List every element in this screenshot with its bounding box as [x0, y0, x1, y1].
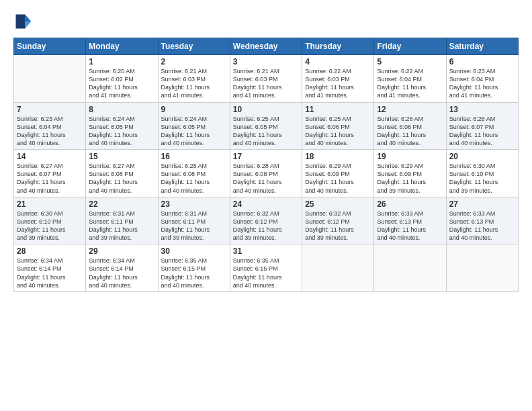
- calendar-cell: 5Sunrise: 6:22 AM Sunset: 6:04 PM Daylig…: [374, 55, 446, 103]
- day-info: Sunrise: 6:29 AM Sunset: 6:09 PM Dayligh…: [305, 162, 371, 195]
- day-number: 8: [89, 105, 154, 114]
- calendar-cell: [446, 244, 518, 292]
- page: SundayMondayTuesdayWednesdayThursdayFrid…: [0, 0, 532, 411]
- calendar-row: 14Sunrise: 6:27 AM Sunset: 6:07 PM Dayli…: [14, 150, 519, 197]
- weekday-header: Sunday: [14, 38, 86, 55]
- day-info: Sunrise: 6:33 AM Sunset: 6:13 PM Dayligh…: [449, 210, 515, 242]
- calendar-cell: [14, 55, 86, 103]
- calendar-cell: 25Sunrise: 6:32 AM Sunset: 6:12 PM Dayli…: [302, 197, 374, 244]
- calendar-cell: 17Sunrise: 6:28 AM Sunset: 6:08 PM Dayli…: [230, 150, 302, 197]
- weekday-header: Wednesday: [230, 38, 302, 55]
- weekday-header: Monday: [86, 38, 158, 55]
- calendar-cell: 27Sunrise: 6:33 AM Sunset: 6:13 PM Dayli…: [446, 197, 518, 244]
- calendar-cell: 20Sunrise: 6:30 AM Sunset: 6:10 PM Dayli…: [446, 150, 518, 197]
- day-number: 15: [89, 152, 154, 161]
- day-number: 26: [377, 199, 443, 209]
- day-info: Sunrise: 6:27 AM Sunset: 6:07 PM Dayligh…: [17, 162, 83, 195]
- calendar-cell: 14Sunrise: 6:27 AM Sunset: 6:07 PM Dayli…: [14, 150, 86, 197]
- day-number: 6: [449, 57, 515, 66]
- day-number: 11: [305, 105, 371, 114]
- weekday-header: Friday: [374, 38, 446, 55]
- day-info: Sunrise: 6:28 AM Sunset: 6:08 PM Dayligh…: [233, 162, 299, 195]
- calendar-cell: 1Sunrise: 6:20 AM Sunset: 6:02 PM Daylig…: [86, 55, 158, 103]
- day-info: Sunrise: 6:22 AM Sunset: 6:03 PM Dayligh…: [305, 67, 371, 100]
- day-info: Sunrise: 6:32 AM Sunset: 6:12 PM Dayligh…: [305, 210, 371, 242]
- day-number: 1: [89, 57, 154, 66]
- day-number: 14: [17, 152, 83, 161]
- day-number: 4: [305, 57, 371, 66]
- day-info: Sunrise: 6:24 AM Sunset: 6:05 PM Dayligh…: [89, 115, 154, 148]
- day-info: Sunrise: 6:34 AM Sunset: 6:14 PM Dayligh…: [17, 257, 83, 289]
- calendar-cell: 12Sunrise: 6:26 AM Sunset: 6:06 PM Dayli…: [374, 102, 446, 150]
- weekday-header: Tuesday: [158, 38, 230, 55]
- calendar-cell: 10Sunrise: 6:25 AM Sunset: 6:05 PM Dayli…: [230, 102, 302, 150]
- calendar-cell: 4Sunrise: 6:22 AM Sunset: 6:03 PM Daylig…: [302, 55, 374, 103]
- calendar-cell: 3Sunrise: 6:21 AM Sunset: 6:03 PM Daylig…: [230, 55, 302, 103]
- calendar-cell: 22Sunrise: 6:31 AM Sunset: 6:11 PM Dayli…: [86, 197, 158, 244]
- calendar-cell: 2Sunrise: 6:21 AM Sunset: 6:03 PM Daylig…: [158, 55, 230, 103]
- calendar-row: 21Sunrise: 6:30 AM Sunset: 6:10 PM Dayli…: [14, 197, 519, 244]
- header: [13, 12, 519, 31]
- day-number: 18: [305, 152, 371, 161]
- day-info: Sunrise: 6:26 AM Sunset: 6:07 PM Dayligh…: [449, 115, 515, 148]
- calendar-cell: 19Sunrise: 6:29 AM Sunset: 6:09 PM Dayli…: [374, 150, 446, 197]
- logo: [13, 12, 35, 31]
- calendar-cell: 30Sunrise: 6:35 AM Sunset: 6:15 PM Dayli…: [158, 244, 230, 292]
- calendar-cell: 21Sunrise: 6:30 AM Sunset: 6:10 PM Dayli…: [14, 197, 86, 244]
- day-number: 2: [161, 57, 227, 66]
- svg-marker-1: [26, 21, 32, 29]
- weekday-header: Thursday: [302, 38, 374, 55]
- calendar-cell: 31Sunrise: 6:35 AM Sunset: 6:15 PM Dayli…: [230, 244, 302, 292]
- day-info: Sunrise: 6:20 AM Sunset: 6:02 PM Dayligh…: [89, 67, 154, 100]
- svg-rect-2: [16, 15, 26, 29]
- day-info: Sunrise: 6:33 AM Sunset: 6:13 PM Dayligh…: [377, 210, 443, 242]
- day-info: Sunrise: 6:32 AM Sunset: 6:12 PM Dayligh…: [233, 210, 299, 242]
- calendar: SundayMondayTuesdayWednesdayThursdayFrid…: [13, 38, 519, 292]
- day-info: Sunrise: 6:23 AM Sunset: 6:04 PM Dayligh…: [17, 115, 83, 148]
- day-info: Sunrise: 6:30 AM Sunset: 6:10 PM Dayligh…: [449, 162, 515, 195]
- day-number: 17: [233, 152, 299, 161]
- calendar-cell: 23Sunrise: 6:31 AM Sunset: 6:11 PM Dayli…: [158, 197, 230, 244]
- day-number: 29: [89, 246, 154, 256]
- day-number: 19: [377, 152, 443, 161]
- calendar-row: 7Sunrise: 6:23 AM Sunset: 6:04 PM Daylig…: [14, 102, 519, 150]
- calendar-row: 1Sunrise: 6:20 AM Sunset: 6:02 PM Daylig…: [14, 55, 519, 103]
- day-number: 20: [449, 152, 515, 161]
- calendar-cell: 15Sunrise: 6:27 AM Sunset: 6:08 PM Dayli…: [86, 150, 158, 197]
- day-info: Sunrise: 6:34 AM Sunset: 6:14 PM Dayligh…: [89, 257, 154, 289]
- day-info: Sunrise: 6:31 AM Sunset: 6:11 PM Dayligh…: [161, 210, 227, 242]
- day-info: Sunrise: 6:27 AM Sunset: 6:08 PM Dayligh…: [89, 162, 154, 195]
- calendar-cell: 26Sunrise: 6:33 AM Sunset: 6:13 PM Dayli…: [374, 197, 446, 244]
- day-number: 25: [305, 199, 371, 209]
- day-info: Sunrise: 6:22 AM Sunset: 6:04 PM Dayligh…: [377, 67, 443, 100]
- svg-marker-0: [26, 15, 32, 22]
- calendar-cell: 16Sunrise: 6:28 AM Sunset: 6:08 PM Dayli…: [158, 150, 230, 197]
- day-info: Sunrise: 6:21 AM Sunset: 6:03 PM Dayligh…: [161, 67, 227, 100]
- calendar-cell: 24Sunrise: 6:32 AM Sunset: 6:12 PM Dayli…: [230, 197, 302, 244]
- day-number: 27: [449, 199, 515, 209]
- calendar-cell: [374, 244, 446, 292]
- calendar-cell: 13Sunrise: 6:26 AM Sunset: 6:07 PM Dayli…: [446, 102, 518, 150]
- day-number: 5: [377, 57, 443, 66]
- day-info: Sunrise: 6:28 AM Sunset: 6:08 PM Dayligh…: [161, 162, 227, 195]
- calendar-cell: 28Sunrise: 6:34 AM Sunset: 6:14 PM Dayli…: [14, 244, 86, 292]
- day-number: 16: [161, 152, 227, 161]
- day-info: Sunrise: 6:21 AM Sunset: 6:03 PM Dayligh…: [233, 67, 299, 100]
- day-number: 22: [89, 199, 154, 209]
- calendar-cell: 9Sunrise: 6:24 AM Sunset: 6:05 PM Daylig…: [158, 102, 230, 150]
- day-number: 7: [17, 105, 83, 114]
- weekday-header: Saturday: [446, 38, 518, 55]
- logo-icon: [13, 12, 32, 31]
- day-info: Sunrise: 6:23 AM Sunset: 6:04 PM Dayligh…: [449, 67, 515, 100]
- calendar-row: 28Sunrise: 6:34 AM Sunset: 6:14 PM Dayli…: [14, 244, 519, 292]
- calendar-cell: 11Sunrise: 6:25 AM Sunset: 6:06 PM Dayli…: [302, 102, 374, 150]
- calendar-cell: 8Sunrise: 6:24 AM Sunset: 6:05 PM Daylig…: [86, 102, 158, 150]
- day-number: 21: [17, 199, 83, 209]
- day-info: Sunrise: 6:25 AM Sunset: 6:05 PM Dayligh…: [233, 115, 299, 148]
- calendar-cell: 6Sunrise: 6:23 AM Sunset: 6:04 PM Daylig…: [446, 55, 518, 103]
- day-number: 12: [377, 105, 443, 114]
- day-number: 30: [161, 246, 227, 256]
- day-number: 3: [233, 57, 299, 66]
- day-number: 28: [17, 246, 83, 256]
- calendar-cell: 18Sunrise: 6:29 AM Sunset: 6:09 PM Dayli…: [302, 150, 374, 197]
